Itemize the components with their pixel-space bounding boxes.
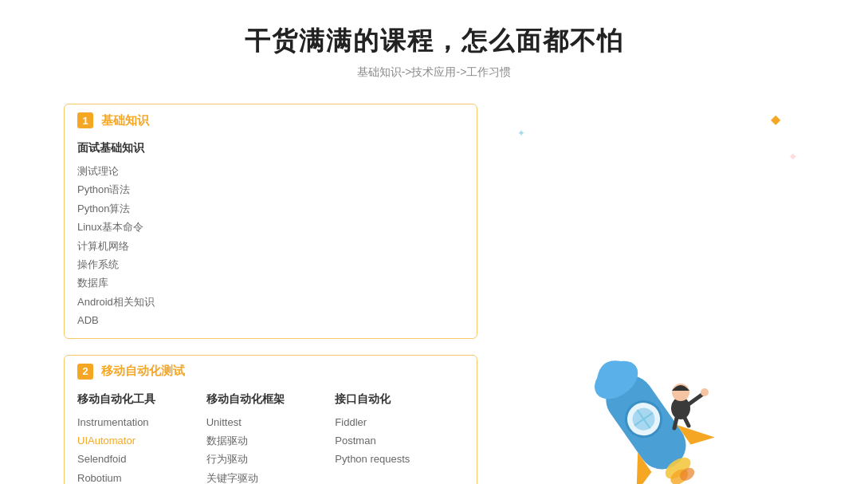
list-item: 关键字驱动	[206, 469, 336, 484]
col-items-tools: Instrumentation UIAutomator Selendfoid R…	[77, 413, 206, 484]
col-header-api: 接口自动化	[335, 392, 464, 407]
section-2-col-tools: 移动自动化工具 Instrumentation UIAutomator Sele…	[77, 392, 206, 484]
col-items-jichu: 测试理论 Python语法 Python算法 Linux基本命令 计算机网络 操…	[77, 162, 464, 330]
list-item: 行为驱动	[206, 450, 336, 468]
list-item: Postman	[335, 431, 464, 450]
list-item: ADB	[77, 311, 464, 329]
list-item: Python算法	[77, 199, 464, 218]
right-column: ◆ ◆ ✦ ✦ ◆	[501, 104, 804, 484]
col-items-api: Fiddler Postman Python requests	[335, 413, 464, 469]
subtitle: 基础知识->技术应用->工作习惯	[64, 65, 804, 80]
section-2-header: 2 移动自动化测试	[77, 364, 464, 380]
list-item: Android相关知识	[77, 293, 464, 311]
deco-dot-2: ◆	[790, 151, 796, 160]
list-item: 数据驱动	[206, 431, 336, 450]
section-1-num: 1	[77, 112, 93, 128]
list-item: 测试理论	[77, 162, 464, 180]
svg-point-17	[701, 388, 709, 396]
list-item: Fiddler	[335, 413, 464, 431]
section-1-col-0: 面试基础知识 测试理论 Python语法 Python算法 Linux基本命令 …	[77, 141, 464, 330]
section-2-content: 移动自动化工具 Instrumentation UIAutomator Sele…	[77, 392, 464, 484]
section-1-content: 面试基础知识 测试理论 Python语法 Python算法 Linux基本命令 …	[77, 141, 464, 330]
list-item: Python requests	[335, 450, 464, 468]
col-items-framework: Unittest 数据驱动 行为驱动 关键字驱动 测试报告管理 邮件服务	[206, 413, 336, 484]
list-item: UIAutomator	[77, 431, 206, 450]
page-wrapper: 干货满满的课程，怎么面都不怕 基础知识->技术应用->工作习惯 1 基础知识 面…	[0, 0, 868, 484]
list-item: 数据库	[77, 273, 464, 292]
list-item: Selendfoid	[77, 450, 206, 468]
list-item: 计算机网络	[77, 237, 464, 255]
section-2-num: 2	[77, 364, 93, 380]
list-item: Robotium	[77, 469, 206, 484]
content-area: 1 基础知识 面试基础知识 测试理论 Python语法 Python算法 Lin…	[64, 104, 804, 484]
list-item: 操作系统	[77, 255, 464, 273]
section-2-col-api: 接口自动化 Fiddler Postman Python requests	[335, 392, 464, 484]
svg-line-18	[674, 418, 677, 428]
svg-line-19	[685, 418, 689, 426]
section-2-title: 移动自动化测试	[101, 364, 185, 379]
list-item: Linux基本命令	[77, 218, 464, 236]
section-2-col-framework: 移动自动化框架 Unittest 数据驱动 行为驱动 关键字驱动 测试报告管理 …	[206, 392, 336, 484]
rocket-illustration: ◆ ◆ ✦ ✦ ◆	[501, 104, 804, 484]
svg-line-16	[689, 394, 703, 404]
section-1-title: 基础知识	[101, 113, 149, 128]
col-header-tools: 移动自动化工具	[77, 392, 206, 407]
col-header-jichu: 面试基础知识	[77, 141, 464, 155]
list-item: Instrumentation	[77, 413, 206, 431]
rocket-svg	[525, 305, 780, 484]
section-2-box: 2 移动自动化测试 移动自动化工具 Instrumentation UIAuto…	[64, 355, 477, 484]
section-1-header: 1 基础知识	[77, 112, 464, 128]
section-1-box: 1 基础知识 面试基础知识 测试理论 Python语法 Python算法 Lin…	[64, 104, 477, 339]
col-header-framework: 移动自动化框架	[206, 392, 336, 407]
list-item: Python语法	[77, 180, 464, 199]
left-column: 1 基础知识 面试基础知识 测试理论 Python语法 Python算法 Lin…	[64, 104, 477, 484]
deco-dot-1: ◆	[771, 112, 780, 127]
deco-cross-1: ✦	[517, 128, 525, 139]
main-title: 干货满满的课程，怎么面都不怕	[64, 24, 804, 59]
list-item: Unittest	[206, 413, 336, 431]
